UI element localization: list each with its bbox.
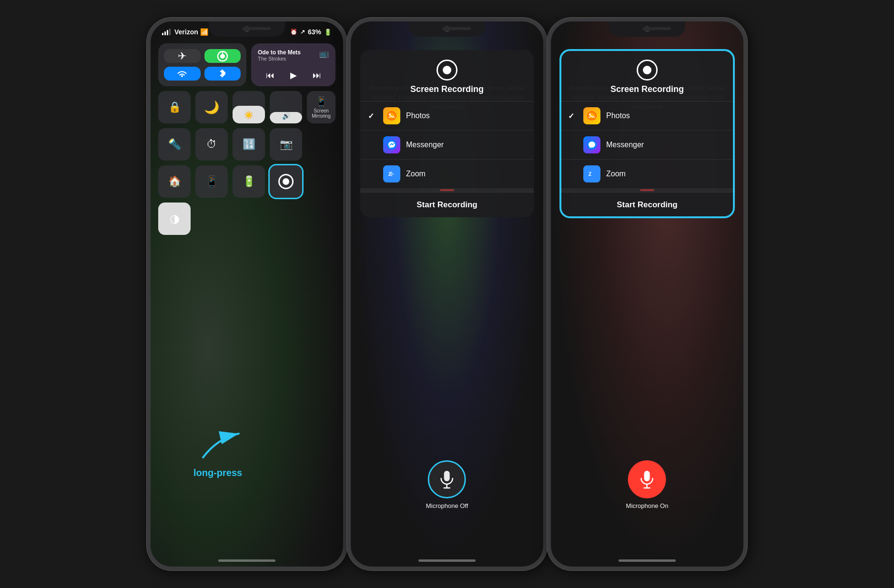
mic-button-on[interactable] (628, 460, 666, 498)
home-button[interactable]: 🏠 (158, 165, 191, 198)
cc-row-4: 🏠 📱 🔋 (158, 165, 335, 198)
svg-point-5 (389, 113, 391, 115)
bar4 (169, 29, 171, 35)
popup-title-2: Screen Recording (410, 84, 484, 94)
mic-area-2: Microphone Off (426, 460, 468, 509)
connectivity-widget: ✈ (158, 43, 246, 86)
rotation-icon: 🔒 (168, 101, 181, 113)
moon-icon: 🌙 (204, 100, 219, 115)
bar1 (162, 33, 163, 35)
fast-forward-button[interactable]: ⏭ (313, 71, 321, 81)
notch-1 (209, 21, 285, 37)
status-left-1: Verizon 📶 (162, 28, 208, 36)
arrow-annotation: long-press (193, 424, 251, 464)
popup-body-3: ✓ (560, 101, 734, 188)
brightness-slider[interactable]: ☀️ (233, 91, 265, 123)
remote-button[interactable]: 📱 (195, 165, 228, 198)
carrier-label: Verizon (174, 28, 198, 36)
volume-slider[interactable]: 🔊 (270, 91, 302, 123)
app-row-messenger-3[interactable]: Messenger (560, 131, 734, 160)
screen-3: Everything on your screen, including not… (551, 21, 743, 567)
speaker-2 (442, 27, 471, 30)
phone-3: Everything on your screen, including not… (547, 18, 747, 570)
popup-header-2: Screen Recording (360, 50, 534, 101)
mic-button-off[interactable] (428, 460, 466, 498)
svg-point-12 (587, 111, 597, 121)
home-bar-3[interactable] (619, 559, 676, 562)
airplay-icon[interactable]: 📺 (319, 49, 329, 58)
app-row-messenger-2[interactable]: Messenger (360, 131, 534, 160)
screen-1: Verizon 📶 ⏰ ↗ 63% 🔋 ✈ (151, 21, 343, 567)
timer-button[interactable]: ⏱ (195, 128, 228, 161)
bluetooth-button[interactable] (204, 67, 241, 81)
app-row-zoom-3[interactable]: Z Zoom (560, 160, 734, 188)
svg-rect-9 (444, 471, 450, 481)
scroll-dot-2 (440, 189, 454, 191)
start-recording-button-2[interactable]: Start Recording (360, 192, 534, 217)
cc-row-1: ✈ (158, 43, 335, 86)
check-photos-2: ✓ (368, 112, 377, 121)
app-row-zoom-2[interactable]: Z Zoom (360, 160, 534, 188)
signal-bars (162, 29, 171, 35)
photos-icon-3 (583, 107, 600, 124)
phone-1: Verizon 📶 ⏰ ↗ 63% 🔋 ✈ (147, 18, 347, 570)
phone-2-wrapper: Everything on your screen, including not… (347, 18, 547, 570)
cc-row-5: ◑ (158, 203, 335, 235)
music-widget: Ode to the Mets The Strokes 📺 ⏮ ▶ ⏭ (251, 43, 335, 86)
dark-mode-button[interactable]: ◑ (158, 203, 191, 235)
svg-rect-17 (644, 471, 650, 481)
photos-icon-2 (383, 107, 400, 124)
speaker-1 (242, 27, 271, 30)
airplane-button[interactable]: ✈ (164, 49, 201, 63)
mic-area-3: Microphone On (626, 460, 669, 509)
popup-body-2: ✓ (360, 101, 534, 188)
popup-header-3: Screen Recording (560, 50, 734, 101)
svg-point-1 (220, 54, 225, 59)
rec-icon-dot-3 (643, 66, 651, 74)
zoom-name-2: Zoom (406, 170, 526, 178)
long-press-label: long-press (193, 467, 242, 478)
messenger-icon-2 (383, 136, 400, 153)
rewind-button[interactable]: ⏮ (266, 71, 274, 81)
rotation-lock-button[interactable]: 🔒 (158, 91, 191, 123)
song-artist: The Strokes (258, 56, 301, 61)
app-row-photos-3[interactable]: ✓ (560, 101, 734, 131)
rec-icon-circle-2 (437, 60, 457, 81)
flashlight-button[interactable]: 🔦 (158, 128, 191, 161)
screen-mirroring-label: ScreenMirroring (312, 108, 330, 119)
cc-row-3: 🔦 ⏱ 🔢 📷 (158, 128, 335, 161)
home-bar-2[interactable] (418, 559, 476, 562)
screen-recording-popup-2: Screen Recording ✓ (360, 50, 534, 217)
timer-icon: ⏱ (206, 138, 217, 151)
phone-1-wrapper: Verizon 📶 ⏰ ↗ 63% 🔋 ✈ (147, 18, 347, 570)
battery-widget-button[interactable]: 🔋 (233, 165, 265, 198)
app-row-photos-2[interactable]: ✓ (360, 101, 534, 131)
photos-name-2: Photos (406, 112, 526, 120)
calculator-button[interactable]: 🔢 (233, 128, 265, 161)
zoom-icon-2: Z (383, 165, 400, 182)
zoom-icon-3: Z (583, 165, 600, 182)
do-not-disturb-button[interactable]: 🌙 (195, 91, 228, 123)
wifi-button[interactable] (164, 67, 201, 81)
home-bar-1[interactable] (218, 559, 275, 562)
flashlight-icon: 🔦 (168, 138, 181, 151)
music-top: Ode to the Mets The Strokes 📺 (258, 49, 329, 61)
bar3 (167, 30, 168, 35)
location-icon: ↗ (300, 29, 305, 35)
scroll-hint-3 (560, 188, 734, 192)
screen-mirroring-button[interactable]: 📱 ScreenMirroring (307, 91, 335, 123)
song-title: Ode to the Mets (258, 49, 301, 56)
start-recording-button-3[interactable]: Start Recording (560, 192, 734, 217)
play-button[interactable]: ▶ (290, 70, 297, 81)
screen-rec-icon (278, 174, 294, 189)
messenger-name-2: Messenger (406, 141, 526, 149)
music-info: Ode to the Mets The Strokes (258, 49, 301, 61)
screen-recording-button[interactable] (270, 165, 302, 198)
camera-button[interactable]: 📷 (270, 128, 302, 161)
camera-icon: 📷 (280, 138, 293, 151)
screen-2: Everything on your screen, including not… (351, 21, 543, 567)
mic-label-on: Microphone On (626, 502, 669, 509)
svg-point-13 (589, 113, 591, 115)
cellular-button[interactable] (204, 49, 241, 63)
scroll-dot-3 (640, 189, 654, 191)
